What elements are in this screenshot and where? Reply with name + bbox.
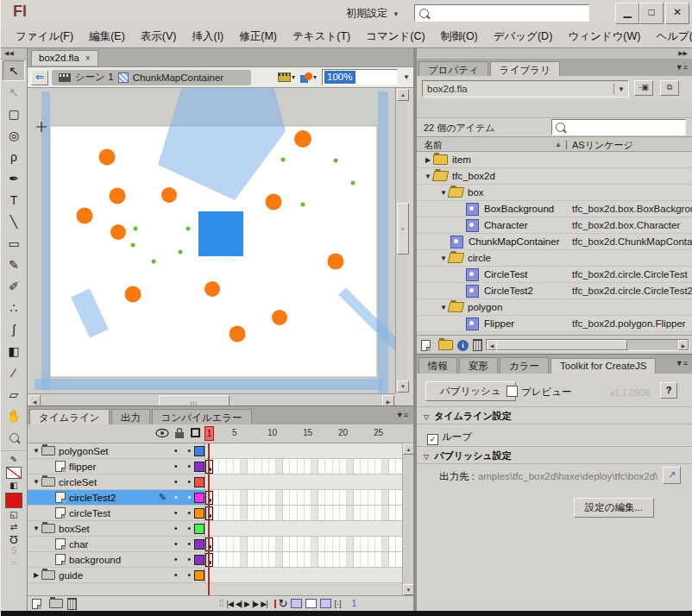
open-output-folder-button[interactable]: ↗ — [663, 467, 681, 484]
library-document-select[interactable]: box2d.fla ▼ — [422, 80, 629, 97]
new-symbol-button[interactable] — [421, 340, 431, 351]
loop-checkbox[interactable]: ✓ループ — [427, 431, 472, 445]
library-item-name[interactable]: ChunkMapContainer — [469, 236, 559, 247]
edit-multiple-frames-icon[interactable] — [320, 599, 331, 608]
debris-dot[interactable] — [186, 227, 191, 231]
debris-dot[interactable] — [134, 227, 138, 231]
timeline-layer-row[interactable]: ▶guide•• — [28, 568, 413, 583]
layer-outline-color[interactable] — [194, 493, 204, 503]
properties-info-button[interactable]: i — [457, 340, 469, 351]
bone-tool[interactable]: ʃ — [3, 319, 25, 340]
stage-vertical-scrollbar[interactable]: ▲ ≡ ▼ — [395, 88, 407, 393]
text-tool[interactable]: T — [3, 190, 25, 211]
pen-tool[interactable]: ✒ — [3, 168, 25, 189]
visibility-dot[interactable]: • — [174, 524, 178, 533]
fill-color-swatch[interactable] — [5, 493, 22, 508]
lock-dot[interactable]: • — [187, 570, 191, 580]
new-folder-button[interactable] — [438, 340, 453, 350]
scroll-up-icon[interactable]: ▲ — [397, 89, 409, 101]
panel-tab-0[interactable]: 情報 — [418, 357, 457, 375]
layer-name[interactable]: background — [69, 555, 121, 565]
library-item-row[interactable]: Flippertfc_box2d.polygon.Flipper — [417, 316, 692, 332]
scrollbar-thumb[interactable]: ≡ — [397, 203, 409, 255]
zoom-dropdown-arrow[interactable]: ▼ — [403, 73, 410, 81]
library-item-row[interactable]: ▼box — [417, 185, 692, 201]
tab-close-icon[interactable]: × — [85, 53, 91, 63]
hand-tool[interactable]: ✋ — [3, 405, 25, 426]
library-item-row[interactable]: ▼tfc_box2d — [417, 168, 692, 185]
debris-dot[interactable] — [131, 243, 135, 248]
preview-checkbox[interactable]: プレビュー — [506, 386, 572, 399]
layer-name[interactable]: boxSet — [59, 524, 90, 534]
library-item-name[interactable]: Character — [484, 220, 528, 230]
layer-name-area[interactable]: background•• — [28, 552, 205, 567]
menu-item-8[interactable]: デバッグ(D) — [486, 29, 561, 44]
library-item-name[interactable]: BoxBackground — [484, 204, 554, 214]
library-item-row[interactable]: CircleTest2tfc_box2d.circle.CircleTest2 — [417, 283, 692, 299]
menu-item-1[interactable]: 編集(E) — [81, 29, 133, 44]
ball[interactable] — [110, 224, 126, 240]
menu-item-10[interactable]: ヘルプ(H) — [648, 29, 692, 44]
ball[interactable] — [125, 286, 142, 303]
brush-tool[interactable]: ✐ — [3, 276, 25, 297]
layer-name-area[interactable]: ▼boxSet•• — [28, 521, 205, 536]
visibility-dot[interactable]: • — [174, 462, 178, 471]
library-item-row[interactable]: CircleTesttfc_box2d.circle.CircleTest — [417, 267, 692, 283]
box-square[interactable] — [198, 211, 243, 256]
scroll-up-icon[interactable]: ▲ — [403, 443, 413, 455]
library-item-row[interactable]: Charactertfc_box2d.box.Character — [417, 217, 692, 234]
lock-icon[interactable] — [174, 427, 185, 439]
swap-colors-button[interactable]: ⇄ — [5, 522, 22, 532]
scrollbar-thumb[interactable] — [496, 340, 627, 350]
layer-name-area[interactable]: circleTest•• — [28, 506, 205, 520]
layer-name[interactable]: circleTest — [69, 508, 110, 519]
selection-tool[interactable]: ↖ — [3, 60, 25, 81]
wall-left[interactable] — [41, 91, 50, 390]
loop-playback-icon[interactable]: ↻ — [279, 597, 288, 610]
timeline-layer-row[interactable]: background•• — [28, 552, 413, 568]
layer-name-area[interactable]: flipper•• — [28, 459, 205, 474]
ball[interactable] — [294, 130, 311, 148]
library-item-row[interactable]: ▼circle — [417, 250, 692, 267]
zoom-tool[interactable] — [3, 427, 25, 448]
layer-outline-color[interactable] — [194, 477, 204, 487]
debris-dot[interactable] — [281, 158, 286, 162]
publish-button[interactable]: パブリッシュ — [425, 381, 516, 401]
folder-open-triangle-icon[interactable]: ▼ — [31, 478, 41, 486]
menu-item-2[interactable]: 表示(V) — [133, 29, 185, 44]
eraser-tool[interactable]: ▱ — [3, 384, 25, 405]
layer-outline-color[interactable] — [194, 446, 204, 456]
back-arrow-button[interactable]: ⇐ — [31, 70, 48, 85]
column-name[interactable]: 名前 — [424, 139, 443, 152]
library-item-name[interactable]: tfc_box2d — [452, 171, 495, 181]
menu-item-0[interactable]: ファイル(F) — [8, 29, 81, 44]
layer-outline-color[interactable] — [194, 524, 204, 534]
lock-dot[interactable]: • — [187, 477, 191, 487]
free-transform-tool[interactable]: ▢ — [3, 104, 25, 124]
new-layer-button[interactable] — [32, 599, 41, 609]
visibility-dot[interactable]: • — [174, 493, 178, 502]
onion-skin-outline-icon[interactable] — [305, 599, 317, 608]
ball[interactable] — [272, 310, 287, 325]
workspace-switcher[interactable]: 初期設定▼ — [346, 5, 399, 21]
lock-dot[interactable]: • — [187, 462, 191, 471]
wall-right[interactable] — [378, 91, 388, 393]
panel-menu-icon[interactable]: ▼≡ — [396, 411, 408, 419]
menu-item-6[interactable]: コマンド(C) — [358, 29, 433, 44]
timeline-layer-row[interactable]: ▼circleSet•• — [28, 475, 413, 490]
eyedropper-tool[interactable]: ∕ — [3, 362, 25, 383]
library-column-header[interactable]: 名前 ▲ | ASリンケージ — [417, 136, 692, 152]
panel-menu-icon[interactable]: ▼≡ — [676, 63, 688, 72]
library-search-input[interactable] — [551, 119, 686, 135]
menu-item-7[interactable]: 制御(O) — [433, 29, 486, 44]
scroll-down-icon[interactable]: ▼ — [403, 584, 413, 595]
onion-skin-icon[interactable] — [291, 599, 302, 608]
column-linkage[interactable]: ASリンケージ — [572, 139, 633, 152]
visibility-dot[interactable]: • — [174, 446, 178, 456]
ball[interactable] — [77, 208, 93, 224]
center-playhead-icon[interactable] — [274, 600, 276, 608]
ball[interactable] — [110, 188, 126, 204]
ball[interactable] — [204, 281, 220, 297]
timeline-vertical-scrollbar[interactable]: ▲ ▼ — [402, 443, 413, 595]
rectangle-tool[interactable]: ▭ — [3, 233, 25, 254]
